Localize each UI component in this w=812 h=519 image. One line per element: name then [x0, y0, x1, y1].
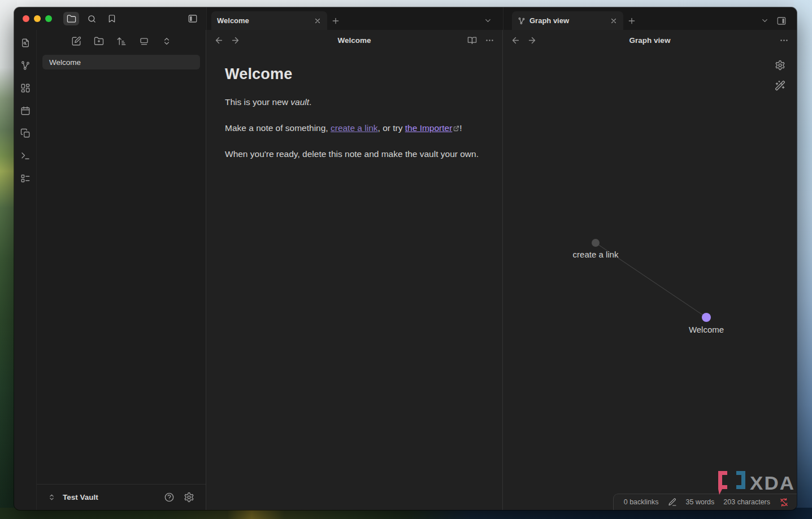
gear-icon — [184, 492, 194, 503]
close-tab-icon[interactable] — [314, 17, 322, 25]
pane-title: Graph view — [503, 36, 797, 45]
chevrons-up-down-icon — [162, 37, 171, 46]
plus-icon — [627, 16, 636, 25]
tab-graph-view[interactable]: Graph view — [512, 11, 623, 30]
file-search-icon — [20, 38, 31, 48]
chevron-down-icon — [484, 16, 492, 25]
main-tab-strip: Welcome — [206, 7, 503, 30]
folder-icon — [67, 14, 76, 24]
help-circle-icon — [164, 492, 175, 503]
navigate-forward-button[interactable] — [527, 36, 537, 45]
file-explorer: Welcome Test Vault — [37, 30, 206, 510]
close-tab-icon[interactable] — [610, 17, 618, 25]
search-tab-button[interactable] — [84, 12, 99, 25]
workspaces-button[interactable] — [18, 171, 33, 186]
pencil-icon — [668, 498, 677, 507]
navigate-forward-button[interactable] — [231, 36, 240, 45]
square-pen-icon — [71, 36, 81, 46]
sort-ascending-icon — [116, 36, 127, 46]
titlebar: Welcome G — [14, 7, 797, 30]
search-icon — [87, 14, 97, 24]
graph-pane: Graph view — [503, 30, 797, 510]
reading-mode-button[interactable] — [467, 36, 477, 45]
vault-switcher-button[interactable] — [48, 494, 55, 501]
traffic-lights — [23, 15, 52, 22]
explorer-header — [37, 30, 206, 53]
folder-plus-icon — [94, 36, 104, 46]
graph-settings-button[interactable] — [775, 60, 785, 71]
create-a-link-link[interactable]: create a link — [331, 123, 378, 133]
new-folder-button[interactable] — [92, 34, 106, 48]
gear-icon — [775, 60, 785, 71]
help-button[interactable] — [164, 492, 175, 503]
settings-button[interactable] — [184, 492, 194, 503]
graph-node-label: create a link — [573, 250, 619, 259]
command-palette-button[interactable] — [18, 149, 33, 163]
bookmarks-tab-button[interactable] — [104, 12, 120, 25]
copy-icon — [20, 128, 31, 138]
note-paragraph-1: This is your new vault. — [225, 95, 480, 109]
edit-mode-indicator[interactable] — [663, 498, 681, 507]
xda-brackets-logo — [717, 470, 746, 496]
navigate-back-button[interactable] — [214, 36, 224, 45]
quick-switcher-button[interactable] — [18, 36, 33, 50]
zoom-window-button[interactable] — [45, 15, 52, 22]
ellipsis-icon — [485, 36, 494, 45]
more-options-button[interactable] — [779, 36, 789, 45]
open-graph-view-button[interactable] — [18, 58, 33, 73]
tab-welcome[interactable]: Welcome — [211, 11, 327, 30]
plus-icon — [331, 16, 340, 25]
ribbon — [14, 30, 37, 510]
panel-left-icon — [188, 14, 198, 24]
graph-node-note[interactable] — [702, 313, 711, 322]
word-count[interactable]: 35 words — [681, 498, 719, 506]
sync-off-icon — [779, 498, 789, 507]
graph-icon — [518, 17, 526, 25]
vault-name: Test Vault — [63, 493, 98, 501]
xda-watermark: XDA — [717, 470, 795, 496]
note-paragraph-3: When you're ready, delete this note and … — [225, 147, 480, 161]
change-sort-button[interactable] — [159, 34, 174, 48]
navigate-back-button[interactable] — [511, 36, 520, 45]
sync-error-indicator[interactable] — [775, 498, 791, 507]
editor-pane: Welcome Welcome This is yo — [206, 30, 503, 510]
expand-right-sidebar-button[interactable] — [773, 11, 790, 30]
xda-logo-text: XDA — [750, 472, 795, 494]
the-importer-link[interactable]: the Importer — [405, 123, 453, 133]
pane-title: Welcome — [206, 36, 502, 45]
graph-icon — [20, 60, 31, 71]
character-count[interactable]: 203 characters — [719, 498, 775, 506]
new-note-button[interactable] — [69, 34, 84, 48]
minimize-window-button[interactable] — [34, 15, 41, 22]
new-tab-button[interactable] — [327, 11, 344, 30]
daily-note-button[interactable] — [18, 103, 33, 118]
more-options-button[interactable] — [485, 36, 494, 45]
file-item-welcome[interactable]: Welcome — [42, 55, 200, 69]
graph-node-unresolved[interactable] — [592, 239, 600, 247]
collapse-left-sidebar-button[interactable] — [185, 12, 201, 25]
layout-list-icon — [20, 173, 31, 184]
tab-list-dropdown-button[interactable] — [756, 11, 773, 30]
collapse-all-button[interactable] — [137, 34, 151, 48]
external-link-icon — [453, 125, 459, 132]
new-tab-button[interactable] — [623, 11, 640, 30]
status-bar: 0 backlinks 35 words 203 characters — [613, 494, 797, 510]
sort-order-button[interactable] — [114, 34, 129, 48]
note-editor[interactable]: Welcome This is your new vault. Make a n… — [206, 51, 502, 510]
backlinks-count[interactable]: 0 backlinks — [619, 498, 663, 506]
graph-canvas[interactable]: create a linkWelcome — [503, 51, 797, 510]
tab-list-dropdown-button[interactable] — [479, 11, 496, 30]
new-canvas-button[interactable] — [18, 81, 33, 95]
vault-bar: Test Vault — [37, 484, 206, 510]
insert-template-button[interactable] — [18, 126, 33, 141]
arrow-left-icon — [214, 36, 224, 45]
graph-pane-header: Graph view — [503, 30, 797, 51]
graph-animate-button[interactable] — [775, 80, 785, 91]
arrow-right-icon — [231, 36, 240, 45]
obsidian-window: Welcome G — [14, 7, 797, 510]
graph-node-label: Welcome — [689, 325, 724, 334]
close-window-button[interactable] — [23, 15, 29, 22]
files-tab-button[interactable] — [63, 12, 79, 25]
file-list: Welcome — [37, 53, 206, 484]
terminal-icon — [20, 151, 31, 161]
